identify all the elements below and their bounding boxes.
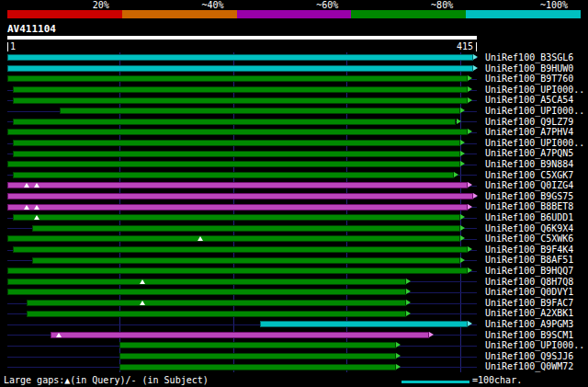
row-label[interactable]: UniRef100_B9HQQ7 — [485, 266, 573, 277]
alignment-bar[interactable] — [7, 182, 468, 188]
alignment-bar[interactable] — [27, 311, 406, 317]
alignment-row: UniRef100_Q9LZ79 — [0, 117, 588, 128]
row-label[interactable]: UniRef100_A2XBK1 — [485, 308, 573, 319]
identity-scale-color-swatch — [122, 10, 237, 18]
row-label[interactable]: UniRef100_A9PGM3 — [485, 319, 573, 330]
alignment-row: UniRef100_C5XWK6 — [0, 233, 588, 245]
alignment-bar[interactable] — [13, 86, 468, 93]
alignment-row: UniRef100_B6UDD1 — [0, 212, 588, 223]
query-gap-marker-icon — [24, 183, 29, 188]
alignment-bar[interactable] — [260, 321, 468, 327]
row-label[interactable]: UniRef100_Q6K9X4 — [485, 223, 573, 234]
row-label[interactable]: UniRef100_B9GS75 — [485, 191, 573, 202]
alignment-bar[interactable] — [13, 119, 456, 125]
alignment-bar[interactable] — [7, 193, 473, 199]
row-label[interactable]: UniRef100_Q0WM72 — [485, 361, 573, 372]
row-label[interactable]: UniRef100_B6UDD1 — [485, 212, 573, 223]
alignment-row: UniRef100_B9HQQ7 — [0, 266, 588, 277]
strand-arrow-icon — [468, 246, 472, 252]
row-label[interactable]: UniRef100_A7PQN5 — [485, 148, 573, 159]
strand-arrow-icon — [468, 204, 472, 210]
footer: Large gaps:▲(in Query)/- (in Subject) =1… — [0, 373, 588, 387]
row-label[interactable]: UniRef100_B3SGL6 — [485, 52, 573, 63]
alignment-bar[interactable] — [7, 161, 460, 167]
row-label[interactable]: UniRef100_B9F4K4 — [485, 245, 573, 256]
alignment-row: UniRef100_C5XGK7 — [0, 170, 588, 181]
scale-length-label: =100char. — [472, 375, 522, 385]
row-label[interactable]: UniRef100_C5XGK7 — [485, 170, 573, 181]
identity-scale-label: ~40% — [202, 0, 224, 10]
alignment-bar[interactable] — [7, 235, 460, 242]
alignment-bar[interactable] — [13, 214, 460, 221]
alignment-bar[interactable] — [7, 279, 406, 285]
strand-arrow-icon — [468, 97, 472, 103]
alignment-bar[interactable] — [119, 353, 396, 359]
identity-scale-label: ~80% — [431, 0, 453, 10]
alignment-row: UniRef100_B9F4K4 — [0, 245, 588, 256]
query-gap-marker-icon — [34, 205, 40, 210]
alignment-bar[interactable] — [27, 300, 406, 306]
alignment-row: UniRef100_Q8H7Q8 — [0, 277, 588, 288]
alignment-row: UniRef100_B9T760 — [0, 74, 588, 85]
row-label[interactable]: UniRef100_Q9LZ79 — [485, 117, 573, 128]
alignment-bar[interactable] — [32, 257, 460, 264]
alignment-bar[interactable] — [7, 267, 468, 274]
query-gap-marker-icon — [198, 236, 203, 241]
strand-arrow-icon — [406, 279, 411, 284]
row-label[interactable]: UniRef100_A7PHV4 — [485, 127, 573, 138]
alignment-bar[interactable] — [119, 342, 396, 348]
strand-arrow-icon — [473, 54, 478, 60]
row-label[interactable]: UniRef100_B9T760 — [485, 74, 573, 85]
alignment-bar[interactable] — [13, 172, 454, 178]
strand-arrow-icon — [454, 172, 458, 177]
identity-scale-label: 20% — [93, 0, 109, 10]
query-gap-marker-icon — [56, 333, 62, 337]
row-label[interactable]: UniRef100_Q0DVY1 — [485, 287, 573, 298]
row-label[interactable]: UniRef100_B8AF51 — [485, 255, 573, 266]
row-label[interactable]: UniRef100_B9N884 — [485, 159, 573, 170]
strand-arrow-icon — [429, 332, 434, 337]
row-label[interactable]: UniRef100_UPI000.. — [485, 340, 584, 351]
row-label[interactable]: UniRef100_B9HUW0 — [485, 63, 573, 74]
row-label[interactable]: UniRef100_Q8H7Q8 — [485, 277, 573, 288]
alignment-bar[interactable] — [7, 204, 468, 211]
identity-scale-color-swatch — [237, 10, 352, 18]
alignment-bar[interactable] — [13, 151, 460, 157]
ruler-end-label: 415 — [457, 41, 473, 52]
row-label[interactable]: UniRef100_UPI000.. — [485, 138, 584, 149]
ruler-tick-end — [476, 42, 477, 51]
row-label[interactable]: UniRef100_B8BET8 — [485, 201, 573, 212]
row-label[interactable]: UniRef100_UPI000.. — [485, 106, 584, 117]
row-label[interactable]: UniRef100_UPI000.. — [485, 85, 584, 96]
alignment-row: UniRef100_A9PGM3 — [0, 319, 588, 330]
identity-scale-color-swatch — [351, 10, 466, 18]
alignment-bar[interactable] — [32, 225, 460, 232]
strand-arrow-icon — [468, 321, 472, 326]
alignment-row: UniRef100_UPI000.. — [0, 138, 588, 149]
alignment-row: UniRef100_A5CA54 — [0, 95, 588, 106]
alignment-bar[interactable] — [119, 364, 396, 370]
row-label[interactable]: UniRef100_Q0IZG4 — [485, 180, 573, 191]
alignment-bar[interactable] — [7, 65, 473, 72]
row-label[interactable]: UniRef100_B9FAC7 — [485, 298, 573, 309]
alignment-bar[interactable] — [13, 140, 460, 146]
alignment-bar[interactable] — [60, 108, 461, 114]
alignment-bar[interactable] — [7, 54, 473, 61]
alignment-row: UniRef100_B9SCM1 — [0, 330, 588, 341]
row-label[interactable]: UniRef100_C5XWK6 — [485, 233, 573, 245]
alignment-bar[interactable] — [13, 246, 468, 253]
alignment-bar[interactable] — [7, 75, 468, 82]
row-label[interactable]: UniRef100_Q9SJJ6 — [485, 351, 573, 362]
strand-arrow-icon — [473, 65, 478, 71]
identity-scale-label: ~60% — [316, 0, 338, 10]
alignment-row: UniRef100_UPI000.. — [0, 340, 588, 351]
strand-arrow-icon — [396, 342, 401, 347]
alignment-bar[interactable] — [7, 289, 406, 295]
row-label[interactable]: UniRef100_A5CA54 — [485, 95, 573, 106]
row-label[interactable]: UniRef100_B9SCM1 — [485, 330, 573, 341]
alignment-row: UniRef100_B9GS75 — [0, 191, 588, 202]
alignment-bar[interactable] — [51, 332, 429, 338]
query-gap-marker-icon — [34, 183, 40, 188]
alignment-bar[interactable] — [13, 97, 468, 104]
alignment-bar[interactable] — [7, 129, 468, 135]
